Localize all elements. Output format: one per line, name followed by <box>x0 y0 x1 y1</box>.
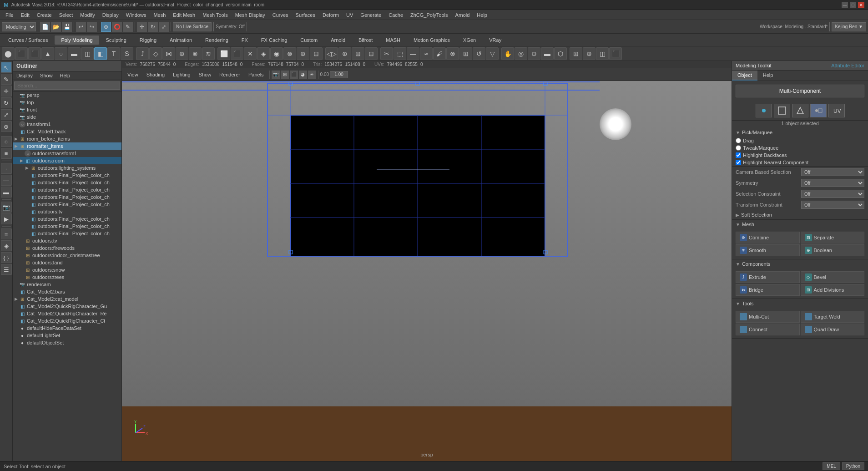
transform-constraint-select[interactable]: Off On <box>801 201 864 209</box>
outliner-item[interactable]: ●defaultHideFaceDataSet <box>13 324 121 332</box>
face-mode-icon[interactable]: ▬ <box>1 187 12 198</box>
rotate-mode-icon[interactable]: ↻ <box>1 97 12 108</box>
panels-menu[interactable]: Panels <box>245 71 267 78</box>
face-select-btn[interactable] <box>792 104 808 117</box>
python-button[interactable]: Python <box>842 462 864 470</box>
edge-mode-icon[interactable]: — <box>1 175 12 186</box>
outliner-item[interactable]: ▶⊞outdoors:lighting_systems <box>13 164 121 172</box>
offset-icon[interactable]: ⊟ <box>310 47 323 60</box>
transform-mode-icon[interactable]: ⊕ <box>1 121 12 132</box>
outliner-item[interactable]: ◧outdoors:Final_Project_color_ch <box>13 223 121 230</box>
multi-cut-button[interactable]: Multi-Cut <box>736 311 800 323</box>
outliner-display-menu[interactable]: Display <box>13 71 36 80</box>
vp-light-icon[interactable]: ☀ <box>308 71 316 79</box>
bevel-icon[interactable]: ◇ <box>149 47 162 60</box>
vp-camera-icon[interactable]: 📷 <box>272 71 280 79</box>
xray-icon[interactable]: ◫ <box>596 47 609 60</box>
node-editor-icon[interactable]: ◈ <box>1 240 12 251</box>
outliner-item[interactable]: 📷persp <box>13 91 121 99</box>
paint-select-icon[interactable]: ✎ <box>123 22 133 32</box>
tab-fx-caching[interactable]: FX Caching <box>255 35 293 45</box>
new-scene-icon[interactable]: 📄 <box>40 22 50 32</box>
tab-mash[interactable]: MASH <box>379 35 407 45</box>
outliner-item[interactable]: ▶⊞room_before_items <box>13 135 121 142</box>
soft-select-icon[interactable]: ○ <box>1 136 12 147</box>
multi-select-btn[interactable] <box>810 104 827 117</box>
ipr-icon[interactable]: ▶ <box>1 213 12 224</box>
select-tool-icon[interactable]: ⊕ <box>101 22 111 32</box>
outliner-item[interactable]: ◧outdoors:Final_Project_color_ch <box>13 230 121 237</box>
camera-based-select[interactable]: Off On <box>801 168 864 176</box>
outliner-item[interactable]: 📷top <box>13 99 121 106</box>
outliner-item[interactable]: ◧Cat_Model2:bars <box>13 288 121 295</box>
outliner-item[interactable]: ◧Cat_Model1:back <box>13 128 121 135</box>
bevel-button[interactable]: ◇ Bevel <box>801 271 865 283</box>
boolean-button[interactable]: ⊕ Boolean <box>801 244 865 256</box>
tab-curves-surfaces[interactable]: Curves / Surfaces <box>2 35 54 45</box>
highlight-backfaces-checkbox[interactable] <box>736 152 741 158</box>
lighting-menu[interactable]: Lighting <box>169 71 194 78</box>
cube-icon[interactable]: ⬛ <box>15 47 28 60</box>
move-tool-icon[interactable]: ✛ <box>137 22 147 32</box>
menu-edit-mesh[interactable]: Edit Mesh <box>169 11 199 19</box>
lattice-icon[interactable]: ⊞ <box>459 47 472 60</box>
menu-file[interactable]: File <box>2 11 17 19</box>
outliner-search-input[interactable] <box>14 81 120 90</box>
outliner-item[interactable]: ⊞outdoors:trees <box>13 273 121 281</box>
render-icon[interactable]: 📷 <box>1 202 12 213</box>
undo-icon[interactable]: ↩ <box>76 22 86 32</box>
maximize-button[interactable]: □ <box>850 2 856 8</box>
tab-bifrost[interactable]: Bifrost <box>352 35 379 45</box>
scale-tool-icon[interactable]: ⤢ <box>159 22 169 32</box>
outliner-item[interactable]: ⊞outdoors:firewoods <box>13 244 121 252</box>
delete-edge-icon[interactable]: ✕ <box>244 47 257 60</box>
svg-icon[interactable]: S <box>121 47 133 60</box>
menu-select[interactable]: Select <box>56 11 77 19</box>
menu-surfaces[interactable]: Surfaces <box>292 11 319 19</box>
target-weld-icon2[interactable]: ⊛ <box>283 47 296 60</box>
tab-help[interactable]: Help <box>757 71 779 81</box>
menu-deform[interactable]: Deform <box>319 11 343 19</box>
pipe-icon[interactable]: ◫ <box>81 47 94 60</box>
outliner-item[interactable]: ◧Cat_Model2:QuickRigCharacter_Ct <box>13 317 121 324</box>
select-mode-icon[interactable]: ↖ <box>1 62 12 73</box>
outliner-item[interactable]: ▶⊞Cat_Model2:cat_model <box>13 295 121 303</box>
target-weld-button[interactable]: Target Weld <box>801 311 865 323</box>
outliner-item[interactable]: ◧outdoors:Final_Project_color_ch <box>13 172 121 179</box>
poly-quad-icon[interactable]: ◧ <box>94 47 107 60</box>
outliner-item[interactable]: ◧outdoors:Final_Project_color_ch <box>13 186 121 193</box>
pinch-icon[interactable]: ⊙ <box>528 47 540 60</box>
tab-xgen[interactable]: XGen <box>457 35 482 45</box>
highlight-nearest-option[interactable]: Highlight Nearest Component <box>732 159 868 166</box>
vp-wireframe-toggle[interactable]: ⬛ <box>290 71 298 79</box>
show-attr-icon[interactable]: ≡ <box>1 148 12 159</box>
multi-cut-icon2[interactable]: ✂ <box>380 47 393 60</box>
menu-generate[interactable]: Generate <box>357 11 385 19</box>
sculpt-icon[interactable]: 🖌 <box>433 47 446 60</box>
outliner-item[interactable]: ⊞outdoors:tv <box>13 237 121 244</box>
selection-constraint-select[interactable]: Off On <box>801 190 864 198</box>
bend-icon[interactable]: ↺ <box>473 47 485 60</box>
no-live-surface-btn[interactable]: No Live Surface <box>173 22 212 31</box>
menu-mesh-display[interactable]: Mesh Display <box>232 11 269 19</box>
smooth-icon2[interactable]: ≋ <box>202 47 215 60</box>
save-scene-icon[interactable]: 💾 <box>62 22 72 32</box>
tab-arnold[interactable]: Arnold <box>324 35 352 45</box>
boolean-icon2[interactable]: ⊕ <box>338 47 351 60</box>
relax-icon[interactable]: ≈ <box>420 47 433 60</box>
components-section-header[interactable]: ▼ Components <box>732 259 868 268</box>
minimize-button[interactable]: — <box>842 2 848 8</box>
tab-vray[interactable]: VRay <box>483 35 508 45</box>
outliner-item[interactable]: 📷side <box>13 113 121 121</box>
mirror-icon[interactable]: ◁▷ <box>325 47 338 60</box>
open-scene-icon[interactable]: 📂 <box>51 22 61 32</box>
shading-menu[interactable]: Shading <box>143 71 168 78</box>
outliner-item[interactable]: ◧outdoors:Final_Project_color_ch <box>13 193 121 201</box>
grab-icon[interactable]: ✋ <box>501 47 514 60</box>
connect-button[interactable]: Connect <box>736 324 800 335</box>
tab-motion-graphics[interactable]: Motion Graphics <box>407 35 456 45</box>
edge-select-btn[interactable] <box>774 104 790 117</box>
lasso-icon[interactable]: ⭕ <box>112 22 122 32</box>
outliner-item[interactable]: ◧outdoors:tv <box>13 208 121 215</box>
drag-radio[interactable] <box>736 138 741 143</box>
